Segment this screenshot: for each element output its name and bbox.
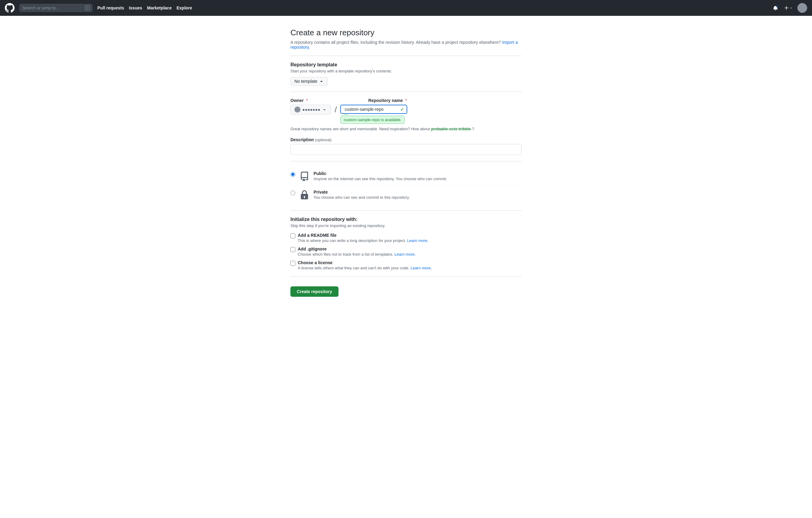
check-icon: ✓ [400,107,404,112]
license-option: Choose a license A license tells others … [290,260,522,270]
gitignore-learn-more[interactable]: Learn more. [395,252,416,256]
nav-explore[interactable]: Explore [176,5,192,10]
navbar-links: Pull requests Issues Marketplace Explore [97,5,767,10]
search-bar[interactable]: / [20,4,92,12]
owner-select[interactable]: ●●●●●●● [290,105,331,114]
readme-checkbox[interactable] [290,234,295,238]
init-title: Initialize this repository with: [290,217,522,222]
license-text: Choose a license A license tells others … [298,260,432,270]
template-dropdown-label: No template [294,79,317,84]
repo-public-icon [299,171,310,182]
nav-marketplace[interactable]: Marketplace [147,5,172,10]
gitignore-text: Add .gitignore Choose which files not to… [298,247,416,256]
readme-learn-more[interactable]: Learn more. [407,238,429,243]
owner-repo-labels: Owner * Repository name * [290,98,522,105]
gitignore-checkbox[interactable] [290,247,295,252]
divider-5 [290,276,522,277]
kbd-slash: / [85,5,90,10]
repo-name-input[interactable] [340,105,407,114]
description-label: Description (optional) [290,137,522,142]
nav-issues[interactable]: Issues [129,5,142,10]
repo-private-icon [299,190,310,200]
private-text: Private You choose who can see and commi… [314,190,410,200]
owner-repo-row: ●●●●●●● / ✓ custom-sample-repo is availa… [290,105,522,114]
repo-name-wrapper: ✓ custom-sample-repo is available. [340,105,407,114]
template-section: Repository template Start your repositor… [290,62,522,85]
create-repository-button[interactable]: Create repository [290,287,339,297]
divider-4 [290,210,522,211]
private-radio[interactable] [290,191,295,195]
page-subtitle: A repository contains all project files,… [290,40,522,50]
init-desc: Skip this step if you're importing an ex… [290,223,522,228]
divider-2 [290,91,522,92]
main-content: Create a new repository A repository con… [284,28,528,297]
divider-1 [290,56,522,56]
template-dropdown-button[interactable]: No template [290,77,328,85]
notifications-button[interactable] [772,4,779,11]
nav-pull-requests[interactable]: Pull requests [97,5,124,10]
public-option: Public Anyone on the internet can see th… [290,167,522,186]
user-avatar[interactable] [798,3,807,13]
owner-avatar [294,107,300,113]
notification-dot [776,5,779,7]
owner-name: ●●●●●●● [302,107,320,112]
private-option: Private You choose who can see and commi… [290,186,522,204]
navbar-right [772,3,807,13]
readme-text: Add a README file This is where you can … [298,233,429,243]
navbar: / Pull requests Issues Marketplace Explo… [0,0,812,16]
github-logo[interactable] [5,3,14,13]
init-section: Initialize this repository with: Skip th… [290,217,522,270]
public-radio[interactable] [290,172,295,177]
template-section-desc: Start your repository with a template re… [290,69,522,73]
owner-required: * [306,98,308,103]
repo-name-label: Repository name [368,98,403,103]
license-learn-more[interactable]: Learn more. [411,266,432,270]
repo-availability-message: Great repository names are short and mem… [290,117,522,131]
repo-name-required: * [405,98,407,103]
divider-3 [290,161,522,161]
license-checkbox[interactable] [290,261,295,266]
template-section-title: Repository template [290,62,522,67]
slash-separator: / [335,106,337,113]
chevron-down-icon [319,79,324,84]
page-title: Create a new repository [290,28,522,37]
owner-chevron-icon [322,107,327,112]
search-input[interactable] [22,5,83,10]
description-section: Description (optional) [290,137,522,155]
public-text: Public Anyone on the internet can see th… [314,171,447,181]
visibility-options: Public Anyone on the internet can see th… [290,167,522,204]
owner-label: Owner [290,98,304,103]
description-input[interactable] [290,144,522,155]
gitignore-option: Add .gitignore Choose which files not to… [290,247,522,256]
availability-tooltip: custom-sample-repo is available. [340,116,405,124]
suggestion-link[interactable]: probable-octo-tribble [431,127,471,131]
readme-option: Add a README file This is where you can … [290,233,522,243]
create-new-button[interactable] [783,4,794,11]
